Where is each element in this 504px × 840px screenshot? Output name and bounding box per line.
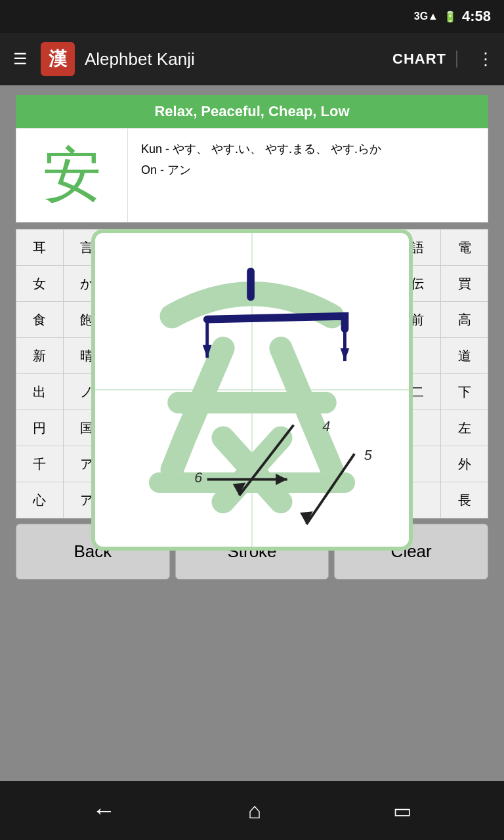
hamburger-icon[interactable]: ☰ (10, 47, 31, 72)
grid-cell[interactable]: 外 (441, 446, 488, 482)
chart-button[interactable]: CHART (392, 51, 457, 68)
app-title: Alephbet Kanji (85, 49, 383, 70)
grid-cell[interactable]: 高 (441, 302, 488, 338)
svg-marker-14 (341, 348, 350, 362)
grid-cell[interactable]: 円 (16, 410, 64, 446)
more-icon[interactable]: ⋮ (467, 49, 494, 70)
recents-nav-button[interactable]: ▭ (387, 793, 418, 829)
grid-cell[interactable]: 道 (441, 338, 488, 374)
grid-cell[interactable]: 買 (441, 266, 488, 302)
kanji-character: 安 (16, 129, 128, 222)
on-reading: On - アン (141, 159, 474, 180)
grid-cell[interactable]: 長 (441, 482, 488, 518)
svg-text:4: 4 (322, 419, 330, 434)
top-bar: ☰ 漢 Alephbet Kanji CHART ⋮ (0, 33, 504, 85)
drawing-panel[interactable]: 4 5 6 (91, 229, 413, 551)
grid-cell[interactable]: 耳 (16, 230, 64, 266)
signal-icon: 3G▲ (414, 10, 438, 22)
grid-cell[interactable]: 心 (16, 482, 64, 518)
grid-cell[interactable]: 電 (441, 230, 488, 266)
clock: 4:58 (462, 8, 491, 25)
grid-cell[interactable]: 左 (441, 410, 488, 446)
home-nav-button[interactable]: ⌂ (242, 791, 268, 830)
card-header: Relax, Peaceful, Cheap, Low (16, 95, 488, 128)
stroke-svg: 4 5 6 (95, 233, 409, 547)
overlay-container: 耳言足手雨聞話読語電女か伝買食飽前高新晴道出ノ二下円国左千ア外心ア長 (16, 229, 488, 518)
grid-cell[interactable]: 下 (441, 374, 488, 410)
grid-cell[interactable]: 千 (16, 446, 64, 482)
card-body: 安 Kun - やす、 やす.い、 やす.まる、 やす.らか On - アン (16, 128, 488, 222)
bottom-nav: ← ⌂ ▭ (0, 781, 504, 840)
kanji-readings: Kun - やす、 やす.い、 やす.まる、 やす.らか On - アン (128, 129, 488, 222)
kanji-card: Relax, Peaceful, Cheap, Low 安 Kun - やす、 … (16, 95, 488, 222)
kun-reading: Kun - やす、 やす.い、 やす.まる、 やす.らか (141, 138, 474, 159)
back-nav-button[interactable]: ← (86, 790, 123, 831)
app-logo: 漢 (41, 42, 75, 76)
grid-cell[interactable]: 新 (16, 338, 64, 374)
main-content: Relax, Peaceful, Cheap, Low 安 Kun - やす、 … (0, 85, 504, 840)
grid-cell[interactable]: 食 (16, 302, 64, 338)
status-icons: 3G▲ 🔋 4:58 (414, 8, 491, 25)
grid-cell[interactable]: 出 (16, 374, 64, 410)
battery-icon: 🔋 (444, 10, 457, 23)
status-bar: 3G▲ 🔋 4:58 (0, 0, 504, 33)
svg-text:6: 6 (194, 470, 202, 486)
svg-text:5: 5 (364, 448, 372, 463)
grid-cell[interactable]: 女 (16, 266, 64, 302)
